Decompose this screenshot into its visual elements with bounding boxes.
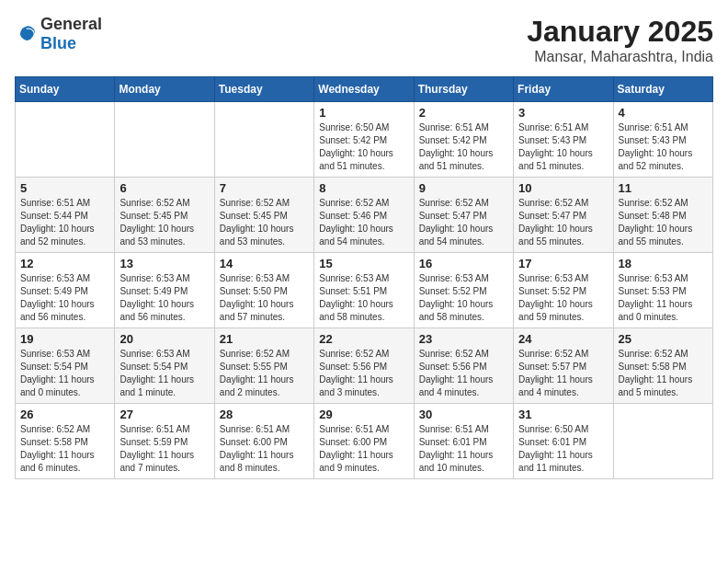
day-info: Sunrise: 6:53 AM Sunset: 5:53 PM Dayligh… bbox=[619, 272, 708, 324]
calendar-cell: 22Sunrise: 6:52 AM Sunset: 5:56 PM Dayli… bbox=[314, 328, 414, 404]
calendar-cell bbox=[214, 102, 313, 178]
day-number: 17 bbox=[518, 257, 608, 270]
day-number: 28 bbox=[220, 408, 309, 421]
day-number: 29 bbox=[319, 408, 408, 421]
calendar-cell bbox=[613, 404, 712, 479]
day-number: 16 bbox=[419, 257, 508, 270]
day-info: Sunrise: 6:52 AM Sunset: 5:56 PM Dayligh… bbox=[419, 348, 508, 399]
day-number: 7 bbox=[220, 181, 309, 195]
month-title: January 2025 bbox=[527, 15, 713, 49]
day-number: 5 bbox=[20, 181, 109, 195]
day-number: 15 bbox=[319, 257, 408, 270]
day-info: Sunrise: 6:53 AM Sunset: 5:52 PM Dayligh… bbox=[518, 272, 608, 324]
logo-text: General Blue bbox=[40, 15, 102, 53]
calendar-cell: 9Sunrise: 6:52 AM Sunset: 5:47 PM Daylig… bbox=[414, 178, 513, 253]
day-number: 2 bbox=[419, 106, 508, 120]
day-number: 18 bbox=[619, 257, 708, 270]
day-number: 27 bbox=[119, 408, 209, 421]
calendar-cell bbox=[16, 102, 115, 178]
day-number: 4 bbox=[619, 106, 708, 120]
weekday-header: Saturday bbox=[613, 77, 712, 102]
day-number: 1 bbox=[319, 106, 408, 120]
calendar-cell: 2Sunrise: 6:51 AM Sunset: 5:42 PM Daylig… bbox=[414, 102, 513, 178]
day-info: Sunrise: 6:51 AM Sunset: 6:00 PM Dayligh… bbox=[319, 423, 408, 475]
day-info: Sunrise: 6:52 AM Sunset: 5:45 PM Dayligh… bbox=[220, 197, 309, 248]
calendar-cell: 25Sunrise: 6:52 AM Sunset: 5:58 PM Dayli… bbox=[613, 328, 712, 404]
weekday-header: Tuesday bbox=[214, 77, 313, 102]
day-info: Sunrise: 6:51 AM Sunset: 5:43 PM Dayligh… bbox=[619, 121, 708, 173]
day-info: Sunrise: 6:53 AM Sunset: 5:50 PM Dayligh… bbox=[220, 272, 309, 324]
location-title: Mansar, Maharashtra, India bbox=[527, 49, 713, 65]
calendar-cell: 31Sunrise: 6:50 AM Sunset: 6:01 PM Dayli… bbox=[514, 404, 613, 479]
day-number: 8 bbox=[319, 181, 408, 195]
day-number: 10 bbox=[518, 181, 608, 195]
day-info: Sunrise: 6:52 AM Sunset: 5:55 PM Dayligh… bbox=[220, 348, 309, 399]
calendar-cell: 23Sunrise: 6:52 AM Sunset: 5:56 PM Dayli… bbox=[414, 328, 513, 404]
calendar-cell: 4Sunrise: 6:51 AM Sunset: 5:43 PM Daylig… bbox=[613, 102, 712, 178]
calendar-cell: 13Sunrise: 6:53 AM Sunset: 5:49 PM Dayli… bbox=[115, 253, 214, 328]
calendar-week-row: 1Sunrise: 6:50 AM Sunset: 5:42 PM Daylig… bbox=[16, 102, 713, 178]
calendar-week-row: 5Sunrise: 6:51 AM Sunset: 5:44 PM Daylig… bbox=[16, 178, 713, 253]
weekday-header: Sunday bbox=[16, 77, 115, 102]
day-number: 25 bbox=[619, 332, 708, 346]
logo-icon bbox=[15, 23, 37, 45]
day-info: Sunrise: 6:53 AM Sunset: 5:54 PM Dayligh… bbox=[20, 348, 109, 399]
calendar-cell: 8Sunrise: 6:52 AM Sunset: 5:46 PM Daylig… bbox=[314, 178, 414, 253]
calendar-cell: 27Sunrise: 6:51 AM Sunset: 5:59 PM Dayli… bbox=[115, 404, 214, 479]
day-number: 9 bbox=[419, 181, 508, 195]
calendar-cell: 16Sunrise: 6:53 AM Sunset: 5:52 PM Dayli… bbox=[414, 253, 513, 328]
day-info: Sunrise: 6:51 AM Sunset: 6:01 PM Dayligh… bbox=[419, 423, 508, 475]
day-number: 12 bbox=[20, 257, 109, 270]
day-number: 19 bbox=[20, 332, 109, 346]
weekday-header: Monday bbox=[115, 77, 214, 102]
day-number: 22 bbox=[319, 332, 408, 346]
calendar-week-row: 26Sunrise: 6:52 AM Sunset: 5:58 PM Dayli… bbox=[16, 404, 713, 479]
weekday-header: Thursday bbox=[414, 77, 513, 102]
calendar-cell: 3Sunrise: 6:51 AM Sunset: 5:43 PM Daylig… bbox=[514, 102, 613, 178]
calendar-cell: 18Sunrise: 6:53 AM Sunset: 5:53 PM Dayli… bbox=[613, 253, 712, 328]
calendar-week-row: 19Sunrise: 6:53 AM Sunset: 5:54 PM Dayli… bbox=[16, 328, 713, 404]
day-info: Sunrise: 6:52 AM Sunset: 5:58 PM Dayligh… bbox=[619, 348, 708, 399]
day-info: Sunrise: 6:53 AM Sunset: 5:54 PM Dayligh… bbox=[119, 348, 209, 399]
calendar-cell: 11Sunrise: 6:52 AM Sunset: 5:48 PM Dayli… bbox=[613, 178, 712, 253]
day-number: 20 bbox=[119, 332, 209, 346]
calendar-table: SundayMondayTuesdayWednesdayThursdayFrid… bbox=[15, 76, 713, 479]
day-number: 14 bbox=[220, 257, 309, 270]
calendar-cell: 28Sunrise: 6:51 AM Sunset: 6:00 PM Dayli… bbox=[214, 404, 313, 479]
weekday-header-row: SundayMondayTuesdayWednesdayThursdayFrid… bbox=[16, 77, 713, 102]
day-info: Sunrise: 6:52 AM Sunset: 5:45 PM Dayligh… bbox=[119, 197, 209, 248]
day-number: 31 bbox=[518, 408, 608, 421]
day-info: Sunrise: 6:53 AM Sunset: 5:49 PM Dayligh… bbox=[20, 272, 109, 324]
calendar-cell: 30Sunrise: 6:51 AM Sunset: 6:01 PM Dayli… bbox=[414, 404, 513, 479]
day-info: Sunrise: 6:53 AM Sunset: 5:49 PM Dayligh… bbox=[119, 272, 209, 324]
day-number: 30 bbox=[419, 408, 508, 421]
day-info: Sunrise: 6:51 AM Sunset: 6:00 PM Dayligh… bbox=[220, 423, 309, 475]
day-number: 3 bbox=[518, 106, 608, 120]
day-number: 23 bbox=[419, 332, 508, 346]
day-info: Sunrise: 6:51 AM Sunset: 5:42 PM Dayligh… bbox=[419, 121, 508, 173]
calendar-cell bbox=[115, 102, 214, 178]
title-area: January 2025 Mansar, Maharashtra, India bbox=[527, 15, 713, 65]
weekday-header: Friday bbox=[514, 77, 613, 102]
calendar-cell: 6Sunrise: 6:52 AM Sunset: 5:45 PM Daylig… bbox=[115, 178, 214, 253]
calendar-cell: 17Sunrise: 6:53 AM Sunset: 5:52 PM Dayli… bbox=[514, 253, 613, 328]
day-number: 6 bbox=[119, 181, 209, 195]
day-info: Sunrise: 6:52 AM Sunset: 5:47 PM Dayligh… bbox=[419, 197, 508, 248]
calendar-cell: 15Sunrise: 6:53 AM Sunset: 5:51 PM Dayli… bbox=[314, 253, 414, 328]
header: General Blue January 2025 Mansar, Mahara… bbox=[15, 15, 713, 65]
day-number: 24 bbox=[518, 332, 608, 346]
day-info: Sunrise: 6:52 AM Sunset: 5:46 PM Dayligh… bbox=[319, 197, 408, 248]
calendar-cell: 21Sunrise: 6:52 AM Sunset: 5:55 PM Dayli… bbox=[214, 328, 313, 404]
calendar-cell: 12Sunrise: 6:53 AM Sunset: 5:49 PM Dayli… bbox=[16, 253, 115, 328]
day-number: 13 bbox=[119, 257, 209, 270]
weekday-header: Wednesday bbox=[314, 77, 414, 102]
day-info: Sunrise: 6:50 AM Sunset: 5:42 PM Dayligh… bbox=[319, 121, 408, 173]
day-info: Sunrise: 6:52 AM Sunset: 5:56 PM Dayligh… bbox=[319, 348, 408, 399]
day-info: Sunrise: 6:52 AM Sunset: 5:57 PM Dayligh… bbox=[518, 348, 608, 399]
day-number: 11 bbox=[619, 181, 708, 195]
calendar-cell: 5Sunrise: 6:51 AM Sunset: 5:44 PM Daylig… bbox=[16, 178, 115, 253]
day-info: Sunrise: 6:52 AM Sunset: 5:58 PM Dayligh… bbox=[20, 423, 109, 475]
calendar-cell: 1Sunrise: 6:50 AM Sunset: 5:42 PM Daylig… bbox=[314, 102, 414, 178]
calendar-week-row: 12Sunrise: 6:53 AM Sunset: 5:49 PM Dayli… bbox=[16, 253, 713, 328]
day-number: 26 bbox=[20, 408, 109, 421]
